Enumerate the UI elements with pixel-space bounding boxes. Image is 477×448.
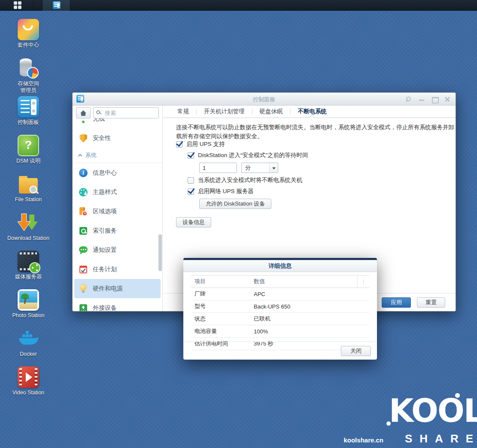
sidebar-item-regional-options[interactable]: 区域选项 [73, 202, 162, 221]
window-controls [406, 96, 450, 102]
tab-power-schedule[interactable]: 开关机计划管理 [197, 106, 252, 118]
taskbar-item-control-panel[interactable] [42, 0, 70, 11]
wait-time-checkbox[interactable] [188, 152, 194, 159]
network-ups-checkbox-row[interactable]: 启用网络 UPS 服务器 [188, 188, 254, 195]
cell-item: 厂牌 [191, 288, 250, 300]
enable-ups-checkbox[interactable] [176, 141, 182, 148]
lightbulb-icon [79, 284, 88, 294]
tab-ups[interactable]: 不断电系统 [291, 106, 334, 118]
column-menu-icon[interactable]: ⋮ [358, 275, 370, 288]
kool-logo-text: KOOL [389, 395, 477, 427]
sidebar-item-external-devices[interactable]: 外接设备 [73, 298, 162, 311]
column-header-value: 数值 [250, 275, 358, 288]
cell-item: 电池容量 [191, 325, 250, 338]
allowed-devices-button[interactable]: 允许的 DiskStation 设备 [199, 199, 271, 209]
sidebar-item-label: 外接设备 [93, 304, 117, 312]
desktop-icon-label: Download Station [7, 235, 50, 242]
sidebar-list: 无线 安全性 系统 信息中心 主题样式 [73, 118, 162, 311]
desktop-icon-file-station[interactable]: File Station [7, 173, 50, 212]
shield-icon [79, 133, 88, 143]
sidebar-item-task-scheduler[interactable]: 任务计划 [73, 260, 162, 279]
tab-hdd-hibernation[interactable]: 硬盘休眠 [252, 106, 290, 118]
wait-time-unit-select[interactable]: 分 [241, 163, 278, 173]
desktop-icon-label: Docker [7, 351, 50, 358]
minimize-icon[interactable] [419, 96, 425, 102]
sidebar-item-label: 信息中心 [93, 169, 117, 177]
wait-time-label: DiskStation 进入“安全模式”之前的等待时间 [198, 151, 308, 159]
sidebar-item-label: 索引服务 [93, 227, 117, 235]
file-station-folder-icon [18, 173, 39, 195]
chevron-up-icon [78, 154, 82, 158]
sidebar-item-security[interactable]: 安全性 [73, 128, 162, 148]
tab-bar: 常规 开关机计划管理 硬盘休眠 不断电系统 [163, 106, 456, 118]
pin-icon[interactable] [406, 96, 412, 102]
close-button[interactable]: 关闭 [341, 346, 371, 356]
sidebar-item-index-service[interactable]: 索引服务 [73, 221, 162, 240]
table-row[interactable]: 型号 Back-UPS 650 [191, 300, 369, 313]
storage-manager-icon [18, 58, 39, 79]
desktop-icon-docker[interactable]: Docker [7, 328, 50, 366]
cell-value: 100% [250, 325, 369, 338]
search-icon [96, 110, 100, 114]
sidebar-item-label: 安全性 [93, 134, 111, 142]
desktop-icon-storage-manager[interactable]: 存储空间 管理员 [7, 58, 50, 96]
column-header-item: 项目 [191, 275, 250, 288]
sidebar-item-wireless[interactable]: 无线 [73, 118, 162, 128]
wait-time-inputs: 分 [199, 163, 278, 173]
sidebar-item-label: 硬件和电源 [93, 285, 123, 293]
search-input[interactable] [93, 107, 159, 118]
desktop-icon-label: File Station [7, 197, 50, 203]
maximize-icon[interactable] [431, 96, 438, 102]
sidebar-item-label: 无线 [93, 118, 105, 123]
tab-general[interactable]: 常规 [170, 106, 196, 118]
taskbar [0, 0, 477, 11]
media-server-icon [18, 251, 39, 272]
main-menu-icon [14, 1, 22, 9]
table-row[interactable]: 状态 已联机 [191, 313, 369, 325]
window-titlebar[interactable]: 控制面板 [73, 93, 456, 106]
enable-ups-label: 启用 UPS 支持 [186, 140, 225, 148]
desktop-icon-control-panel[interactable]: 控制面板 [7, 96, 50, 135]
close-icon[interactable] [444, 96, 450, 102]
desktop-icon-photo-station[interactable]: Photo Station [7, 289, 50, 328]
desktop-icon-label: Video Station [7, 390, 50, 397]
sidebar-item-info-center[interactable]: 信息中心 [73, 163, 162, 182]
palette-icon [79, 188, 88, 197]
home-button[interactable] [76, 107, 91, 118]
table-header-row: 项目 数值 ⋮ [191, 275, 369, 288]
home-icon [80, 110, 86, 116]
desktop-icon-label: DSM 说明 [7, 158, 50, 165]
network-ups-checkbox[interactable] [188, 188, 194, 195]
desktop-icon-dsm-help[interactable]: DSM 说明 [7, 135, 50, 173]
shutdown-ups-checkbox[interactable] [188, 177, 194, 184]
detail-info-dialog: 详细信息 项目 数值 ⋮ 厂牌 APC 型号 Back-UPS 650 [183, 258, 377, 360]
wait-time-checkbox-row[interactable]: DiskStation 进入“安全模式”之前的等待时间 [188, 151, 308, 159]
main-menu-button[interactable] [0, 0, 33, 11]
sidebar-item-notification[interactable]: 通知设置 [73, 240, 162, 260]
sidebar-scrollbar[interactable] [158, 234, 162, 271]
desktop-icon-label: 控制面板 [7, 119, 50, 126]
apply-button[interactable]: 应用 [382, 297, 411, 308]
sidebar-item-hardware-power[interactable]: 硬件和电源 [74, 279, 161, 298]
index-search-icon [79, 226, 88, 236]
desktop-icon-list: 套件中心 存储空间 管理员 控制面板 DSM 说明 File Station D… [7, 19, 50, 405]
wait-time-value-input[interactable] [199, 163, 237, 173]
desktop-icon-package-center[interactable]: 套件中心 [7, 19, 50, 58]
network-ups-label: 启用网络 UPS 服务器 [198, 188, 254, 195]
desktop-icon-video-station[interactable]: Video Station [7, 366, 50, 405]
cell-value: 已联机 [250, 313, 369, 325]
selected-unit: 分 [245, 164, 251, 172]
region-clock-icon [79, 207, 88, 216]
sidebar-item-theme[interactable]: 主题样式 [73, 182, 162, 202]
chevron-down-icon [269, 163, 278, 173]
reset-button[interactable]: 重置 [417, 297, 445, 308]
table-row[interactable]: 电池容量 100% [191, 325, 369, 338]
device-info-button[interactable]: 设备信息 [176, 217, 211, 227]
shutdown-ups-checkbox-row[interactable]: 当系统进入安全模式时将不断电系统关机 [188, 176, 302, 184]
desktop-icon-media-server[interactable]: 媒体服务器 [7, 251, 50, 289]
calendar-check-icon [79, 265, 88, 274]
desktop-icon-download-station[interactable]: Download Station [7, 212, 50, 251]
sidebar-section-system[interactable]: 系统 [73, 148, 162, 163]
enable-ups-checkbox-row[interactable]: 启用 UPS 支持 [176, 140, 225, 148]
table-row[interactable]: 厂牌 APC [191, 288, 369, 300]
